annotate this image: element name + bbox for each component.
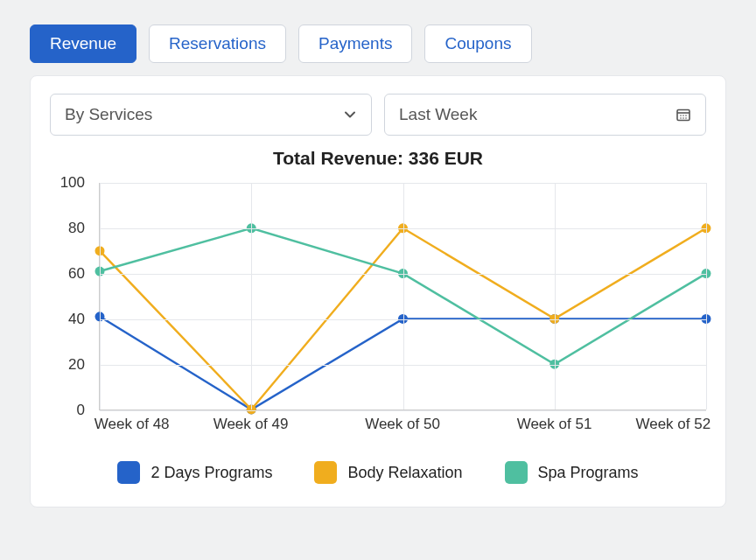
legend: 2 Days ProgramsBody RelaxationSpa Progra… <box>50 461 706 484</box>
x-tick-label: Week of 49 <box>214 416 289 433</box>
svg-point-5 <box>680 117 682 119</box>
legend-item[interactable]: 2 Days Programs <box>117 461 272 484</box>
date-range-value: Last Week <box>399 105 477 124</box>
group-by-value: By Services <box>65 105 152 124</box>
y-tick-label: 80 <box>50 220 85 237</box>
chart-title: Total Revenue: 336 EUR <box>50 148 706 169</box>
x-tick-label: Week of 51 <box>517 416 592 433</box>
legend-label: 2 Days Programs <box>150 464 272 482</box>
legend-label: Spa Programs <box>538 464 639 482</box>
plot-area <box>99 183 706 410</box>
y-tick-label: 0 <box>50 402 85 419</box>
chevron-down-icon <box>343 108 357 122</box>
svg-point-7 <box>685 117 687 119</box>
line-chart: 020406080100 Week of 48Week of 49Week of… <box>50 183 706 438</box>
tab-payments[interactable]: Payments <box>298 24 412 63</box>
tab-coupons[interactable]: Coupons <box>424 24 531 63</box>
y-tick-label: 20 <box>50 356 85 374</box>
tab-reservations[interactable]: Reservations <box>149 24 286 63</box>
svg-point-6 <box>682 117 684 119</box>
filter-row: By Services Last Week <box>50 94 706 136</box>
x-tick-label: Week of 48 <box>94 416 170 433</box>
group-by-select[interactable]: By Services <box>50 94 372 136</box>
tabs-bar: RevenueReservationsPaymentsCoupons <box>30 24 726 63</box>
chart-card: By Services Last Week Total Re <box>30 75 726 508</box>
legend-swatch <box>117 461 140 484</box>
svg-point-3 <box>682 115 684 116</box>
legend-item[interactable]: Body Relaxation <box>314 461 462 484</box>
x-tick-label: Week of 50 <box>365 416 440 433</box>
svg-point-2 <box>680 115 682 116</box>
y-tick-label: 60 <box>50 265 85 283</box>
date-range-select[interactable]: Last Week <box>384 94 706 136</box>
legend-label: Body Relaxation <box>347 464 462 482</box>
x-tick-label: Week of 52 <box>635 416 710 433</box>
legend-swatch <box>314 461 337 484</box>
svg-point-4 <box>685 115 687 116</box>
tab-revenue[interactable]: Revenue <box>30 24 136 63</box>
calendar-icon <box>676 107 691 122</box>
y-tick-label: 100 <box>50 174 85 192</box>
y-tick-label: 40 <box>50 311 85 328</box>
legend-swatch <box>505 461 528 484</box>
legend-item[interactable]: Spa Programs <box>505 461 639 484</box>
